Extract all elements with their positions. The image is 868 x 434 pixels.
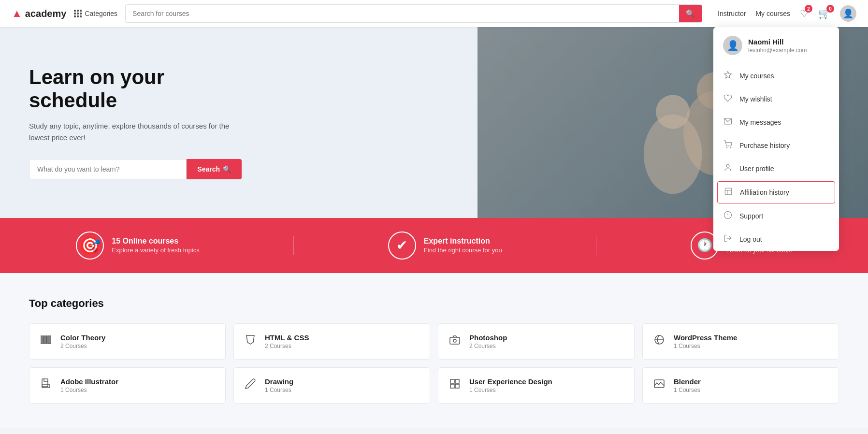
navbar-search-input[interactable] [126, 6, 679, 21]
dropdown-item-affiliation-history[interactable]: Affiliation history [717, 181, 835, 203]
hero-search-input[interactable] [29, 159, 187, 179]
user-avatar[interactable]: 👤 [840, 5, 856, 22]
my-courses-link[interactable]: My courses [755, 10, 790, 17]
svg-rect-8 [43, 336, 43, 344]
cart-badge: 0 [826, 5, 834, 13]
dropdown-label-affiliation-history: Affiliation history [740, 188, 789, 196]
dropdown-icon-user-profile [723, 163, 733, 174]
category-info-2: Photoshop 2 Courses [469, 333, 507, 349]
category-card-blender[interactable]: Blender 1 Courses [642, 367, 839, 404]
svg-point-26 [726, 164, 729, 167]
category-icon-7 [651, 378, 667, 392]
dropdown-items-container: My courses My wishlist My messages Purch… [713, 64, 839, 251]
svg-rect-12 [50, 336, 51, 344]
banner-text-0: 15 Online courses Explore a variety of f… [112, 237, 199, 254]
dropdown-item-purchase-history[interactable]: Purchase history [713, 134, 839, 157]
dropdown-item-user-profile[interactable]: User profile [713, 157, 839, 180]
svg-rect-13 [450, 337, 460, 344]
category-icon-0 [38, 334, 54, 348]
dropdown-icon-my-courses [723, 71, 733, 81]
category-icon-4 [38, 378, 54, 392]
category-count-4: 1 Courses [60, 387, 118, 393]
check-icon: ✔ [388, 231, 416, 260]
instructor-link[interactable]: Instructor [718, 10, 746, 17]
dropdown-label-user-profile: User profile [739, 165, 774, 173]
dropdown-icon-my-messages [723, 117, 733, 128]
banner-sub-1: Find the right course for you [424, 246, 502, 254]
dropdown-label-support: Support [739, 212, 763, 220]
hero-search-form: Search 🔍 [29, 159, 242, 179]
dropdown-label-my-courses: My courses [739, 72, 774, 80]
category-name-0: Color Theory [60, 333, 105, 342]
dropdown-header: 👤 Naomi Hill levinho@example.com [713, 27, 839, 64]
svg-rect-9 [44, 336, 45, 344]
navbar-search-button[interactable]: 🔍 [679, 5, 702, 22]
category-card-adobe-illustrator[interactable]: Adobe Illustrator 1 Courses [29, 367, 226, 404]
category-name-3: WordPress Theme [674, 333, 737, 342]
hero-title: Learn on yourschedule [29, 66, 448, 113]
category-count-3: 1 Courses [674, 343, 737, 349]
cart-button[interactable]: 🛒 0 [818, 8, 830, 19]
category-icon-3 [651, 334, 667, 348]
category-name-6: User Experience Design [469, 377, 552, 386]
dropdown-label-my-messages: My messages [739, 118, 781, 126]
grid-icon [74, 10, 82, 17]
category-card-drawing[interactable]: Drawing 1 Courses [233, 367, 430, 404]
categories-button[interactable]: Categories [74, 10, 117, 17]
category-card-wordpress-theme[interactable]: WordPress Theme 1 Courses [642, 323, 839, 360]
dropdown-label-log-out: Log out [739, 235, 762, 243]
wishlist-button[interactable]: ♡ 2 [800, 8, 809, 19]
navbar: ▲ academy Categories 🔍 Instructor My cou… [0, 0, 868, 27]
dropdown-label-my-wishlist: My wishlist [739, 95, 772, 103]
category-count-0: 2 Courses [60, 343, 105, 349]
svg-point-5 [656, 95, 690, 129]
category-card-user-experience-design[interactable]: User Experience Design 1 Courses [438, 367, 635, 404]
hero-search-button[interactable]: Search 🔍 [187, 159, 242, 179]
hero-search-icon: 🔍 [223, 165, 231, 173]
category-card-html-&-css[interactable]: HTML & CSS 2 Courses [233, 323, 430, 360]
wishlist-badge: 2 [805, 5, 812, 13]
dropdown-item-my-courses[interactable]: My courses [713, 64, 839, 87]
dropdown-icon-purchase-history [723, 140, 733, 151]
svg-rect-16 [42, 379, 48, 387]
svg-rect-18 [455, 379, 459, 383]
svg-rect-10 [46, 336, 47, 344]
svg-point-25 [730, 147, 731, 148]
category-name-1: HTML & CSS [265, 333, 309, 342]
category-info-6: User Experience Design 1 Courses [469, 377, 552, 393]
category-name-4: Adobe Illustrator [60, 377, 118, 386]
dropdown-item-my-messages[interactable]: My messages [713, 111, 839, 134]
svg-rect-27 [725, 188, 732, 195]
category-card-photoshop[interactable]: Photoshop 2 Courses [438, 323, 635, 360]
hero-content: Learn on yourschedule Study any topic, a… [0, 27, 477, 218]
banner-title-0: 15 Online courses [112, 237, 199, 246]
category-name-5: Drawing [265, 377, 293, 386]
categories-section: Top categories Color Theory 2 Courses HT… [0, 273, 868, 428]
logo[interactable]: ▲ academy [12, 7, 66, 20]
hero-search-label: Search [197, 165, 220, 173]
user-dropdown-menu: 👤 Naomi Hill levinho@example.com My cour… [713, 27, 839, 251]
category-card-color-theory[interactable]: Color Theory 2 Courses [29, 323, 226, 360]
category-icon-1 [243, 334, 258, 348]
category-info-0: Color Theory 2 Courses [60, 333, 105, 349]
category-icon-2 [447, 334, 463, 348]
dropdown-user-info: Naomi Hill levinho@example.com [748, 38, 807, 54]
banner-sub-0: Explore a variety of fresh topics [112, 246, 199, 254]
svg-rect-20 [455, 384, 459, 388]
dropdown-item-my-wishlist[interactable]: My wishlist [713, 87, 839, 111]
svg-rect-17 [450, 379, 454, 383]
category-info-5: Drawing 1 Courses [265, 377, 293, 393]
banner-text-1: Expert instruction Find the right course… [424, 237, 502, 254]
categories-grid: Color Theory 2 Courses HTML & CSS 2 Cour… [29, 323, 839, 404]
dropdown-item-support[interactable]: Support [713, 204, 839, 228]
dropdown-user-email: levinho@example.com [748, 47, 807, 54]
dropdown-item-log-out[interactable]: Log out [713, 228, 839, 251]
dropdown-icon-log-out [723, 234, 733, 245]
category-icon-6 [447, 378, 463, 392]
hero-subtitle: Study any topic, anytime. explore thousa… [29, 120, 232, 144]
category-name-7: Blender [674, 377, 701, 386]
category-name-2: Photoshop [469, 333, 507, 342]
category-info-1: HTML & CSS 2 Courses [265, 333, 309, 349]
svg-marker-22 [724, 72, 732, 78]
svg-point-24 [726, 147, 727, 148]
